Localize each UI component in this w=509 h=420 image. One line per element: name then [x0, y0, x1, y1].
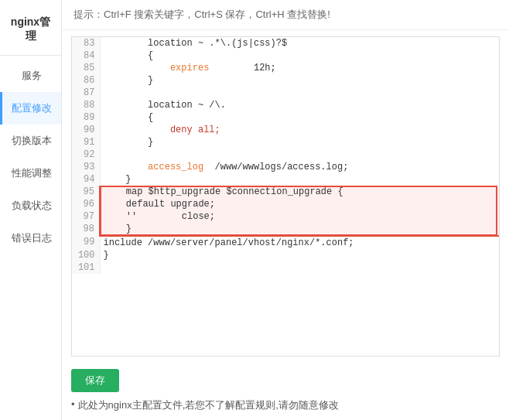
main-content: 提示：Ctrl+F 搜索关键字，Ctrl+S 保存，Ctrl+H 查找替换! 8…	[62, 0, 509, 420]
table-row: 93 access_log /www/wwwlogs/access.log;	[72, 161, 499, 173]
keyword-expires: expires	[170, 63, 209, 73]
sidebar-label-switch: 切换版本	[12, 135, 52, 146]
line-number: 90	[72, 124, 100, 136]
sidebar-label-perf: 性能调整	[12, 167, 52, 179]
table-row: 90 deny all;	[72, 124, 499, 136]
line-content: location ~ /\.	[100, 99, 499, 111]
line-number: 88	[72, 99, 100, 111]
line-number: 94	[72, 173, 100, 186]
line-content	[100, 87, 499, 99]
line-number: 86	[72, 74, 100, 87]
line-content: include /www/server/panel/vhost/nginx/*.…	[100, 236, 499, 249]
line-content	[100, 261, 499, 274]
line-number: 95	[72, 186, 100, 198]
sidebar-item-load[interactable]: 负载状态	[0, 190, 61, 222]
line-number: 84	[72, 50, 100, 62]
table-row: 89 {	[72, 111, 499, 124]
table-row: 99 include /www/server/panel/vhost/nginx…	[72, 236, 499, 249]
table-row: 94 }	[72, 173, 499, 186]
line-content: }	[100, 173, 499, 186]
code-editor[interactable]: 83 location ~ .*\.(js|css)?$ 84 { 85 exp…	[71, 36, 500, 357]
table-row: 101	[72, 261, 499, 274]
sidebar-item-service[interactable]: 服务	[0, 60, 61, 92]
sidebar: nginx管理 服务 配置修改 切换版本 性能调整 负载状态 错误日志	[0, 0, 62, 420]
line-content: expires 12h;	[100, 62, 499, 74]
sidebar-label-service: 服务	[22, 70, 42, 81]
line-number: 87	[72, 87, 100, 99]
line-number: 97	[72, 210, 100, 223]
line-content: map $http_upgrade $connection_upgrade {	[100, 186, 499, 198]
sidebar-item-error[interactable]: 错误日志	[0, 222, 61, 254]
line-number: 98	[72, 223, 100, 236]
line-content: }	[100, 136, 499, 149]
keyword-accesslog: access_log	[148, 162, 203, 172]
line-content: default upgrade;	[100, 198, 499, 210]
line-number: 89	[72, 111, 100, 124]
table-row: 96 default upgrade;	[72, 198, 499, 210]
table-row: 86 }	[72, 74, 499, 87]
line-number: 99	[72, 236, 100, 249]
line-number: 91	[72, 136, 100, 149]
line-content: {	[100, 111, 499, 124]
table-row: 95 map $http_upgrade $connection_upgrade…	[72, 186, 499, 198]
table-row: 85 expires 12h;	[72, 62, 499, 74]
code-lines: 83 location ~ .*\.(js|css)?$ 84 { 85 exp…	[72, 37, 499, 274]
table-row: 84 {	[72, 50, 499, 62]
line-content	[100, 149, 499, 161]
line-content: }	[100, 74, 499, 87]
app-title: nginx管理	[0, 8, 61, 56]
table-row: 100 }	[72, 249, 499, 261]
sidebar-label-load: 负载状态	[12, 200, 52, 211]
table-row: 88 location ~ /\.	[72, 99, 499, 111]
hint-bar: 提示：Ctrl+F 搜索关键字，Ctrl+S 保存，Ctrl+H 查找替换!	[62, 0, 509, 30]
bottom-area: 保存 此处为nginx主配置文件,若您不了解配置规则,请勿随意修改	[62, 363, 509, 420]
warning-text: 此处为nginx主配置文件,若您不了解配置规则,请勿随意修改	[71, 398, 500, 412]
save-button[interactable]: 保存	[71, 369, 119, 392]
line-content: access_log /www/wwwlogs/access.log;	[100, 161, 499, 173]
table-row: 87	[72, 87, 499, 99]
table-row: 83 location ~ .*\.(js|css)?$	[72, 37, 499, 50]
line-content: {	[100, 50, 499, 62]
line-number: 83	[72, 37, 100, 50]
code-section: 83 location ~ .*\.(js|css)?$ 84 { 85 exp…	[72, 37, 499, 274]
table-row: 97 '' close;	[72, 210, 499, 223]
sidebar-label-error: 错误日志	[12, 232, 52, 244]
table-row: 98 }	[72, 223, 499, 236]
table-row: 92	[72, 149, 499, 161]
line-number: 101	[72, 261, 100, 274]
line-number: 85	[72, 62, 100, 74]
keyword-deny: deny all;	[170, 125, 220, 135]
line-content: location ~ .*\.(js|css)?$	[100, 37, 499, 50]
line-content: '' close;	[100, 210, 499, 223]
line-number: 100	[72, 249, 100, 261]
sidebar-item-perf[interactable]: 性能调整	[0, 157, 61, 190]
table-row: 91 }	[72, 136, 499, 149]
sidebar-item-config[interactable]: 配置修改	[0, 92, 61, 125]
sidebar-label-config: 配置修改	[12, 102, 52, 114]
line-content: }	[100, 249, 499, 261]
line-content: }	[100, 223, 499, 236]
warning-message: 此处为nginx主配置文件,若您不了解配置规则,请勿随意修改	[78, 398, 339, 412]
line-number: 93	[72, 161, 100, 173]
line-content: deny all;	[100, 124, 499, 136]
sidebar-item-switch[interactable]: 切换版本	[0, 125, 61, 157]
line-number: 96	[72, 198, 100, 210]
line-number: 92	[72, 149, 100, 161]
